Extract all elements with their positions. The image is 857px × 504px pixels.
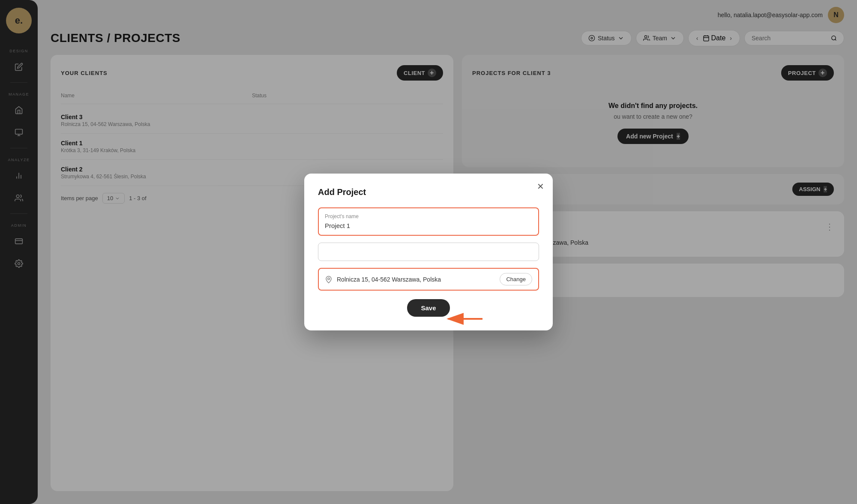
- project-name-field-highlighted: Project's name: [318, 207, 539, 236]
- save-row: Save: [318, 299, 539, 317]
- project-name-input[interactable]: [325, 222, 532, 229]
- save-button[interactable]: Save: [407, 299, 449, 317]
- modal-overlay[interactable]: ✕ Add Project Project's name Rolnicza 15…: [0, 0, 857, 504]
- address-field-highlighted: Rolnicza 15, 04-562 Warszawa, Polska Cha…: [318, 268, 539, 291]
- project-name-label: Project's name: [325, 213, 532, 219]
- client-name-field: [318, 243, 539, 261]
- change-address-button[interactable]: Change: [500, 273, 532, 285]
- modal-title: Add Project: [318, 187, 539, 197]
- client-name-input[interactable]: [318, 243, 539, 261]
- modal-close-button[interactable]: ✕: [537, 182, 544, 191]
- location-icon-modal: [325, 276, 333, 283]
- add-project-modal: ✕ Add Project Project's name Rolnicza 15…: [304, 174, 553, 330]
- svg-point-20: [328, 278, 330, 280]
- modal-address-value: Rolnicza 15, 04-562 Warszawa, Polska: [337, 276, 495, 283]
